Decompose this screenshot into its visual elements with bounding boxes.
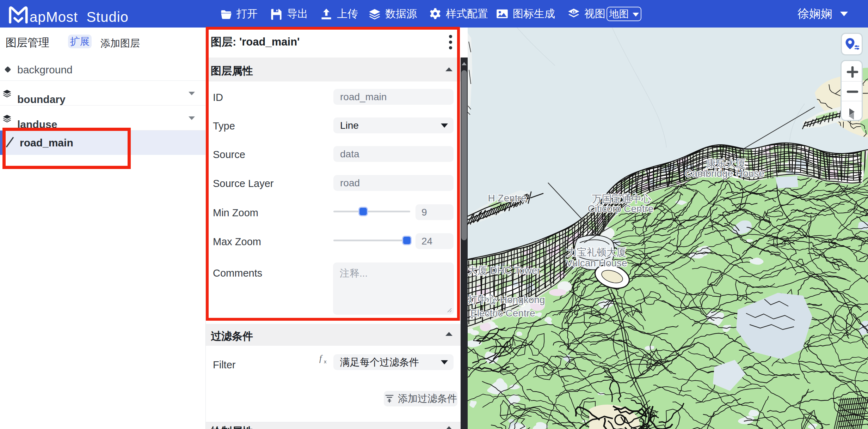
svg-text:Citicorp Centre: Citicorp Centre bbox=[588, 203, 654, 214]
svg-text:Vulcan House: Vulcan House bbox=[566, 258, 627, 268]
svg-text:x: x bbox=[324, 358, 327, 364]
svg-text:f: f bbox=[319, 354, 323, 363]
svg-text:大厦 DHC Tower: 大厦 DHC Tower bbox=[468, 265, 540, 276]
svg-text:力宝礼顿大厦: 力宝礼顿大厦 bbox=[567, 247, 626, 258]
svg-text:H Zentre: H Zentre bbox=[488, 193, 527, 204]
svg-text:灯中心 Hongkong: 灯中心 Hongkong bbox=[468, 294, 545, 305]
svg-text:康乐大厦: 康乐大厦 bbox=[706, 158, 746, 169]
svg-text:Electric Centre: Electric Centre bbox=[470, 308, 535, 319]
svg-text:Cambridge House: Cambridge House bbox=[685, 168, 764, 179]
svg-text:万国宝通中心: 万国宝通中心 bbox=[592, 193, 651, 204]
